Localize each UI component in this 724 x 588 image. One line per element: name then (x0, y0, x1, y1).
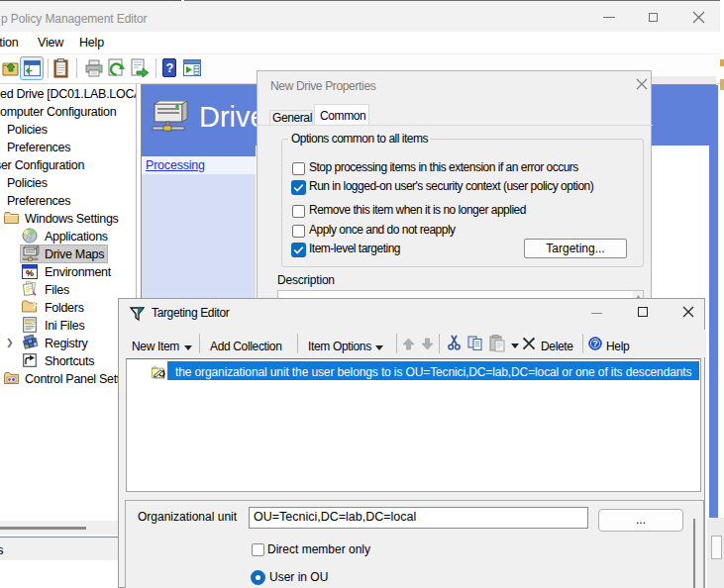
svg-text:%: % (26, 268, 34, 278)
svg-text:?: ? (592, 339, 598, 348)
